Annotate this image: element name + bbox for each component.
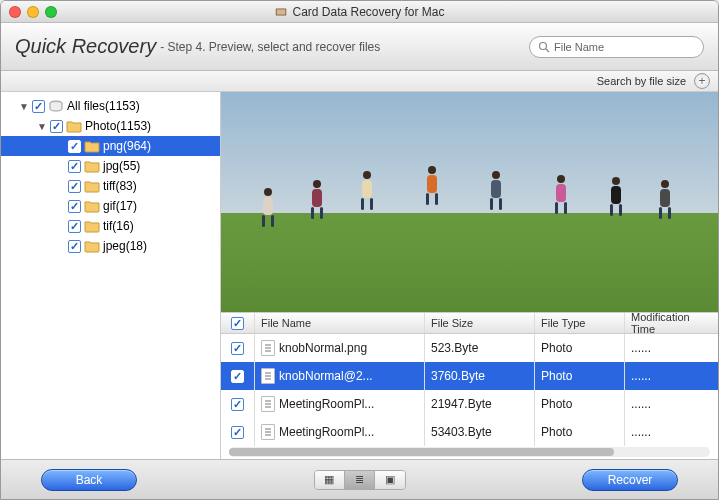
file-icon <box>261 424 275 440</box>
table-row[interactable]: knobNormal.png523.BytePhoto...... <box>221 334 718 362</box>
file-size: 53403.Byte <box>425 418 535 446</box>
folder-icon <box>84 219 100 233</box>
sidebar-item-label: jpeg(18) <box>103 239 147 253</box>
titlebar: Card Data Recovery for Mac <box>1 1 718 23</box>
table-row[interactable]: knobNormal@2...3760.BytePhoto...... <box>221 362 718 390</box>
sidebar-item-label: tiff(83) <box>103 179 137 193</box>
row-checkbox[interactable] <box>231 370 244 383</box>
drive-icon <box>48 99 64 113</box>
folder-icon <box>84 239 100 253</box>
app-icon <box>274 5 288 19</box>
file-size: 523.Byte <box>425 334 535 362</box>
filter-bar: Search by file size + <box>1 71 718 92</box>
sidebar-item-label: Photo(1153) <box>85 119 151 133</box>
table-row[interactable]: MeetingRoomPl...21947.BytePhoto...... <box>221 390 718 418</box>
file-type: Photo <box>535 334 625 362</box>
file-size: 3760.Byte <box>425 362 535 390</box>
file-time: ...... <box>625 418 718 446</box>
search-input[interactable]: File Name <box>529 36 704 58</box>
filter-label: Search by file size <box>597 75 686 87</box>
add-filter-button[interactable]: + <box>694 73 710 89</box>
table-header: File Name File Size File Type Modificati… <box>221 312 718 334</box>
preview-image <box>221 92 718 312</box>
row-checkbox[interactable] <box>231 426 244 439</box>
file-icon <box>261 396 275 412</box>
search-icon <box>538 41 550 53</box>
sidebar-item[interactable]: ▼Photo(1153) <box>1 116 220 136</box>
col-size[interactable]: File Size <box>425 313 535 333</box>
horizontal-scrollbar[interactable] <box>229 447 710 457</box>
file-time: ...... <box>625 390 718 418</box>
select-all-checkbox[interactable] <box>231 317 244 330</box>
sidebar-item[interactable]: jpg(55) <box>1 156 220 176</box>
folder-icon <box>84 179 100 193</box>
list-view-icon[interactable]: ≣ <box>345 471 375 489</box>
svg-point-2 <box>540 42 547 49</box>
col-name[interactable]: File Name <box>255 313 425 333</box>
checkbox[interactable] <box>32 100 45 113</box>
checkbox[interactable] <box>68 140 81 153</box>
sidebar-item-label: png(964) <box>103 139 151 153</box>
footer: Back ▦ ≣ ▣ Recover <box>1 459 718 499</box>
folder-icon <box>84 139 100 153</box>
sidebar-item[interactable]: tif(16) <box>1 216 220 236</box>
header: Quick Recovery - Step 4. Preview, select… <box>1 23 718 71</box>
checkbox[interactable] <box>68 160 81 173</box>
checkbox[interactable] <box>68 180 81 193</box>
file-type: Photo <box>535 418 625 446</box>
step-label: - Step 4. Preview, select and recover fi… <box>160 40 380 54</box>
sidebar-item-label: jpg(55) <box>103 159 140 173</box>
sidebar-item-label: gif(17) <box>103 199 137 213</box>
page-title: Quick Recovery <box>15 35 156 58</box>
disclosure-icon[interactable]: ▼ <box>37 121 47 132</box>
checkbox[interactable] <box>68 240 81 253</box>
recover-button[interactable]: Recover <box>582 469 678 491</box>
sidebar-item[interactable]: gif(17) <box>1 196 220 216</box>
window-title: Card Data Recovery for Mac <box>292 5 444 19</box>
disclosure-icon[interactable]: ▼ <box>19 101 29 112</box>
search-placeholder: File Name <box>554 41 604 53</box>
file-name: MeetingRoomPl... <box>279 425 374 439</box>
sidebar[interactable]: ▼All files(1153)▼Photo(1153)png(964)jpg(… <box>1 92 221 459</box>
checkbox[interactable] <box>68 200 81 213</box>
file-type: Photo <box>535 390 625 418</box>
sidebar-item[interactable]: ▼All files(1153) <box>1 96 220 116</box>
back-button[interactable]: Back <box>41 469 137 491</box>
file-size: 21947.Byte <box>425 390 535 418</box>
file-type: Photo <box>535 362 625 390</box>
sidebar-item-label: All files(1153) <box>67 99 140 113</box>
checkbox[interactable] <box>68 220 81 233</box>
checkbox[interactable] <box>50 120 63 133</box>
col-type[interactable]: File Type <box>535 313 625 333</box>
folder-icon <box>66 119 82 133</box>
sidebar-item[interactable]: png(964) <box>1 136 220 156</box>
row-checkbox[interactable] <box>231 398 244 411</box>
file-time: ...... <box>625 362 718 390</box>
file-name: knobNormal.png <box>279 341 367 355</box>
sidebar-item[interactable]: tiff(83) <box>1 176 220 196</box>
row-checkbox[interactable] <box>231 342 244 355</box>
folder-icon <box>84 199 100 213</box>
file-icon <box>261 368 275 384</box>
file-icon <box>261 340 275 356</box>
view-mode-segment[interactable]: ▦ ≣ ▣ <box>314 470 406 490</box>
grid-view-icon[interactable]: ▦ <box>315 471 345 489</box>
sidebar-item-label: tif(16) <box>103 219 134 233</box>
file-name: MeetingRoomPl... <box>279 397 374 411</box>
table-body[interactable]: knobNormal.png523.BytePhoto......knobNor… <box>221 334 718 459</box>
col-time[interactable]: Modification Time <box>625 313 718 333</box>
folder-icon <box>84 159 100 173</box>
svg-rect-1 <box>277 9 286 14</box>
file-time: ...... <box>625 334 718 362</box>
sidebar-item[interactable]: jpeg(18) <box>1 236 220 256</box>
detail-view-icon[interactable]: ▣ <box>375 471 405 489</box>
svg-line-3 <box>546 49 549 52</box>
table-row[interactable]: MeetingRoomPl...53403.BytePhoto...... <box>221 418 718 446</box>
file-name: knobNormal@2... <box>279 369 373 383</box>
